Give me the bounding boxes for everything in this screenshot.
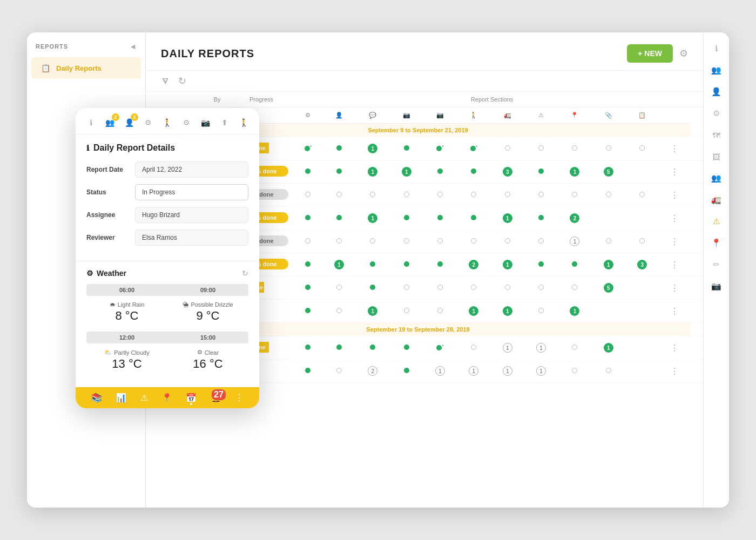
- filter-icon[interactable]: ⛛: [161, 76, 171, 87]
- mob-icon-upload[interactable]: ⬆: [218, 116, 231, 130]
- weather-condition-0600: 🌧 Light Rain: [89, 301, 165, 308]
- mob-bottom-bell[interactable]: 🔔 27: [211, 393, 221, 403]
- reviewer-value[interactable]: Elsa Ramos: [135, 230, 248, 246]
- dot-empty: [572, 345, 577, 350]
- cell-2: [322, 137, 356, 160]
- weather-cell-0900: 🌦 Possible Drizzle 9 °C: [167, 298, 248, 326]
- badge-1: 1: [368, 167, 377, 177]
- mob-icon-users[interactable]: 👥 2: [103, 116, 117, 130]
- cell-8: [524, 276, 558, 300]
- mob-icon-info[interactable]: ℹ: [84, 116, 98, 130]
- badge-3: 3: [637, 260, 647, 269]
- row-more[interactable]: ⋮: [659, 230, 690, 253]
- th-icon9: 📍: [558, 107, 591, 124]
- row-more[interactable]: ⋮: [659, 300, 690, 323]
- right-icon-users[interactable]: 👥: [708, 62, 725, 79]
- mob-bottom-warning[interactable]: ⚠: [140, 393, 148, 403]
- reviewer-label: Reviewer: [86, 234, 135, 241]
- more-icon[interactable]: ⋮: [670, 307, 679, 316]
- cell-9: [558, 137, 591, 160]
- new-button[interactable]: + NEW: [627, 44, 673, 63]
- cell-2: [322, 160, 356, 184]
- right-icon-info[interactable]: ℹ: [708, 40, 725, 57]
- mob-icon-user[interactable]: 👤 2: [123, 116, 136, 130]
- weather-temp-0600: 8 °C: [89, 309, 165, 323]
- more-icon[interactable]: ⋮: [670, 260, 679, 269]
- row-more[interactable]: ⋮: [659, 360, 690, 383]
- badge-5: 5: [604, 283, 613, 293]
- sidebar-collapse-icon[interactable]: ◄: [129, 42, 137, 51]
- cell-7: [491, 184, 524, 207]
- right-icon-settings[interactable]: ⚙: [708, 105, 725, 122]
- mob-icon-camera[interactable]: 📷: [199, 116, 212, 130]
- row-more[interactable]: ⋮: [659, 184, 690, 207]
- dot-empty: [639, 145, 645, 151]
- more-icon[interactable]: ⋮: [670, 237, 679, 246]
- cell-4: [389, 230, 423, 253]
- mob-icon-settings2[interactable]: ⚙: [180, 116, 193, 130]
- badge-outline-1: 1: [435, 366, 445, 376]
- badge-5: 5: [604, 167, 613, 177]
- mob-icon-settings[interactable]: ⚙: [141, 116, 155, 130]
- mob-bottom-location[interactable]: 📍: [161, 393, 172, 403]
- assignee-value[interactable]: Hugo Brizard: [135, 207, 248, 223]
- weather-temp-1200: 13 °C: [89, 357, 165, 371]
- mob-icon-walk[interactable]: 🚶: [237, 116, 251, 130]
- info-icon: ℹ: [86, 144, 89, 152]
- right-icon-warning[interactable]: ⚠: [708, 213, 725, 230]
- more-icon[interactable]: ⋮: [670, 214, 679, 223]
- more-icon[interactable]: ⋮: [670, 167, 679, 177]
- sidebar-item-daily-reports[interactable]: 📋 Daily Reports: [31, 57, 141, 79]
- mob-bottom-more[interactable]: ⋮: [235, 393, 244, 403]
- weather-time-row-2: 12:00 15:00: [86, 332, 248, 343]
- right-icon-photo[interactable]: 🖼: [708, 148, 725, 165]
- dot-empty: [606, 145, 611, 151]
- cell-8: [524, 137, 558, 160]
- cell-8: 1: [524, 360, 558, 383]
- row-more[interactable]: ⋮: [659, 137, 690, 160]
- cell-1: [294, 230, 322, 253]
- field-report-date: Report Date April 12, 2022: [86, 161, 248, 178]
- cell-4: [389, 184, 423, 207]
- cell-6: [457, 336, 490, 360]
- cell-3: 1: [356, 137, 389, 160]
- status-value[interactable]: In Progress: [135, 184, 248, 200]
- weather-refresh-icon[interactable]: ↻: [242, 269, 248, 278]
- right-icon-map[interactable]: 🗺: [708, 126, 725, 144]
- badge-1: 1: [503, 306, 512, 316]
- dot-green: [538, 261, 544, 267]
- more-icon[interactable]: ⋮: [670, 144, 679, 153]
- dot-empty: [370, 192, 375, 197]
- cell-6: [457, 160, 490, 184]
- row-more[interactable]: ⋮: [659, 336, 690, 360]
- mob-bottom-chart[interactable]: 📊: [116, 393, 126, 403]
- mob-bottom-calendar[interactable]: 📅: [186, 393, 197, 403]
- more-icon[interactable]: ⋮: [670, 284, 679, 293]
- right-icon-edit[interactable]: ✏: [708, 256, 725, 273]
- cell-4: 1: [389, 160, 423, 184]
- row-more[interactable]: ⋮: [659, 276, 690, 300]
- badge-outline-1: 1: [503, 366, 512, 376]
- th-icon7: 🚛: [491, 107, 524, 124]
- badge-1: 1: [368, 144, 377, 153]
- cell-9: [558, 184, 591, 207]
- mob-bottom-books[interactable]: 📚: [91, 393, 102, 403]
- right-icon-camera[interactable]: 📷: [708, 278, 725, 295]
- mob-icon-person2[interactable]: 🚶: [160, 116, 174, 130]
- right-icon-group[interactable]: 👥: [708, 170, 725, 187]
- report-date-value[interactable]: April 12, 2022: [135, 161, 248, 178]
- cell-7: 1: [491, 253, 524, 276]
- row-more[interactable]: ⋮: [659, 160, 690, 184]
- settings-icon[interactable]: ⚙: [679, 48, 688, 59]
- row-more[interactable]: ⋮: [659, 207, 690, 230]
- right-icon-location[interactable]: 📍: [708, 234, 725, 252]
- more-icon[interactable]: ⋮: [670, 191, 679, 200]
- right-icon-truck[interactable]: 🚛: [708, 191, 725, 208]
- refresh-icon[interactable]: ↻: [178, 75, 186, 87]
- row-more[interactable]: ⋮: [659, 253, 690, 276]
- right-icon-person[interactable]: 👤: [708, 83, 725, 100]
- weather-time-1200: 12:00: [86, 332, 167, 343]
- more-icon[interactable]: ⋮: [670, 343, 679, 353]
- more-icon[interactable]: ⋮: [670, 367, 679, 376]
- badge-1: 1: [604, 343, 613, 353]
